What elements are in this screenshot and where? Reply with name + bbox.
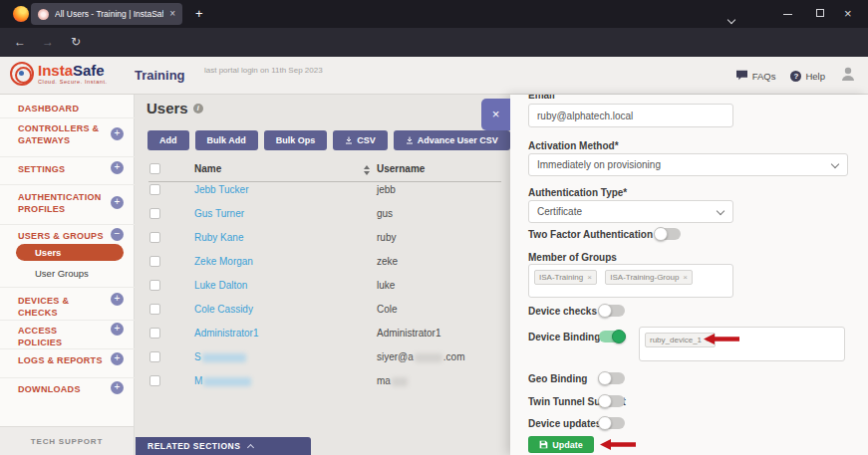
chevron-up-icon xyxy=(247,443,254,450)
back-button[interactable]: ← xyxy=(14,35,26,49)
firefox-icon[interactable] xyxy=(13,6,29,22)
window-maximize-button[interactable] xyxy=(816,9,824,17)
download-icon xyxy=(345,136,353,144)
redacted-blur xyxy=(415,353,442,362)
sidebar-item-controllers-gateways[interactable]: CONTROLLERS & GATEWAYS xyxy=(18,122,104,146)
row-checkbox[interactable] xyxy=(149,256,160,267)
row-checkbox[interactable] xyxy=(149,184,160,195)
device-binding-box[interactable]: ruby_device_1× xyxy=(639,327,845,361)
expand-plus-icon[interactable]: + xyxy=(111,196,124,209)
tab-bar: All Users - Training | InstaSafe × + × xyxy=(0,0,868,28)
panel-close-button[interactable]: × xyxy=(481,99,510,130)
expand-plus-icon[interactable]: + xyxy=(111,323,124,336)
list-tabs-chevron-icon[interactable] xyxy=(728,9,734,27)
select-all-checkbox[interactable] xyxy=(149,163,160,174)
bulk-add-button[interactable]: Bulk Add xyxy=(195,130,258,150)
column-header-username[interactable]: Username xyxy=(377,163,425,174)
sidebar: DASHBOARD CONTROLLERS & GATEWAYS + SETTI… xyxy=(0,95,135,455)
window-minimize-button[interactable] xyxy=(783,14,792,15)
device-updates-label: Device updates xyxy=(528,418,601,429)
csv-download-button[interactable]: CSV xyxy=(333,130,388,150)
logo-text-safe: Safe xyxy=(73,62,105,79)
expand-plus-icon[interactable]: + xyxy=(111,381,124,394)
table-row: Ruby Kane ruby xyxy=(136,226,510,250)
geo-binding-toggle[interactable] xyxy=(599,372,625,384)
tag-remove-icon[interactable]: × xyxy=(587,273,592,282)
twin-tunnel-toggle[interactable] xyxy=(599,395,625,407)
device-updates-toggle[interactable] xyxy=(599,417,625,429)
tag-remove-icon[interactable]: × xyxy=(683,273,688,282)
device-binding-toggle[interactable] xyxy=(599,331,625,342)
redacted-blur xyxy=(392,377,408,386)
row-checkbox[interactable] xyxy=(149,232,160,243)
username-cell: siyer@a.com xyxy=(377,351,465,362)
help-button[interactable]: ? Help xyxy=(790,71,825,82)
row-checkbox[interactable] xyxy=(149,280,160,291)
user-name-link[interactable]: Ruby Kane xyxy=(194,232,243,243)
sidebar-item-logs-reports[interactable]: LOGS & REPORTS xyxy=(18,354,104,366)
email-field[interactable]: ruby@alphatech.local xyxy=(528,104,733,127)
advance-user-csv-button[interactable]: Advance User CSV xyxy=(394,130,510,150)
member-groups-box[interactable]: ISA-Training× ISA-Training-Group× xyxy=(528,264,733,298)
column-header-name[interactable]: Name xyxy=(194,163,221,174)
browser-toolbar: ← → ↻ https://isa-training.instasafe.com… xyxy=(0,28,868,57)
sort-icon[interactable] xyxy=(364,165,371,176)
reload-button[interactable]: ↻ xyxy=(71,35,81,49)
activation-method-select[interactable]: Immediately on provisioning xyxy=(528,153,848,176)
info-icon[interactable]: i xyxy=(193,104,203,114)
divider xyxy=(0,184,135,185)
row-checkbox[interactable] xyxy=(149,304,160,315)
row-checkbox[interactable] xyxy=(149,208,160,219)
expand-plus-icon[interactable]: + xyxy=(111,352,124,365)
tech-support-link[interactable]: TECH SUPPORT xyxy=(0,426,134,455)
divider xyxy=(0,348,135,349)
row-checkbox[interactable] xyxy=(149,351,160,362)
user-name-link[interactable]: Gus Turner xyxy=(194,208,244,219)
sidebar-item-users-groups[interactable]: USERS & GROUPS xyxy=(18,230,104,242)
faqs-button[interactable]: FAQs xyxy=(735,70,776,83)
user-name-link[interactable]: Administrator1 xyxy=(194,328,258,339)
add-button[interactable]: Add xyxy=(147,130,189,150)
sidebar-item-authentication-profiles[interactable]: AUTHENTICATION PROFILES xyxy=(18,191,104,215)
related-sections-bar[interactable]: RELATED SECTIONS xyxy=(136,437,311,455)
table-row: Jebb Tucker jebb xyxy=(136,178,510,202)
sidebar-item-users-active[interactable]: Users xyxy=(16,244,124,261)
device-checks-label: Device checks xyxy=(528,306,597,317)
user-name-link[interactable]: S xyxy=(194,351,247,362)
two-factor-label: Two Factor Authentication xyxy=(528,229,653,240)
user-name-link[interactable]: Zeke Morgan xyxy=(194,256,253,267)
sidebar-item-settings[interactable]: SETTINGS xyxy=(18,163,104,175)
forward-button[interactable]: → xyxy=(42,35,54,49)
row-checkbox[interactable] xyxy=(149,328,160,339)
user-name-link[interactable]: Jebb Tucker xyxy=(194,184,248,195)
sidebar-item-dashboard[interactable]: DASHBOARD xyxy=(18,103,104,114)
update-button[interactable]: Update xyxy=(528,436,594,453)
expand-plus-icon[interactable]: + xyxy=(111,293,124,306)
bulk-ops-button[interactable]: Bulk Ops xyxy=(264,130,328,150)
collapse-minus-icon[interactable]: − xyxy=(111,228,124,241)
help-label: Help xyxy=(805,71,825,82)
sidebar-item-downloads[interactable]: DOWNLOADS xyxy=(18,383,104,395)
sidebar-item-devices-checks[interactable]: DEVICES & CHECKS xyxy=(18,295,104,319)
browser-tab[interactable]: All Users - Training | InstaSafe × xyxy=(31,3,182,25)
two-factor-toggle[interactable] xyxy=(655,228,681,240)
faqs-label: FAQs xyxy=(752,71,776,82)
user-avatar[interactable] xyxy=(840,66,856,86)
sidebar-item-user-groups[interactable]: User Groups xyxy=(35,268,89,279)
divider xyxy=(0,117,135,118)
sidebar-item-access-policies[interactable]: ACCESS POLICIES xyxy=(18,325,104,348)
expand-plus-icon[interactable]: + xyxy=(111,127,124,140)
user-name-link[interactable]: M xyxy=(194,375,252,386)
authentication-type-select[interactable]: Certificate xyxy=(528,200,733,223)
window-close-button[interactable]: × xyxy=(844,6,852,21)
authentication-type-label: Authentication Type* xyxy=(528,187,627,198)
expand-plus-icon[interactable]: + xyxy=(111,161,124,174)
device-binding-label: Device Binding xyxy=(528,332,600,342)
tab-close-icon[interactable]: × xyxy=(169,9,175,19)
redacted-blur xyxy=(203,377,251,386)
user-name-link[interactable]: Luke Dalton xyxy=(194,280,247,291)
row-checkbox[interactable] xyxy=(149,375,160,386)
user-name-link[interactable]: Cole Cassidy xyxy=(194,304,253,315)
device-checks-toggle[interactable] xyxy=(599,305,625,317)
new-tab-button[interactable]: + xyxy=(195,6,203,21)
